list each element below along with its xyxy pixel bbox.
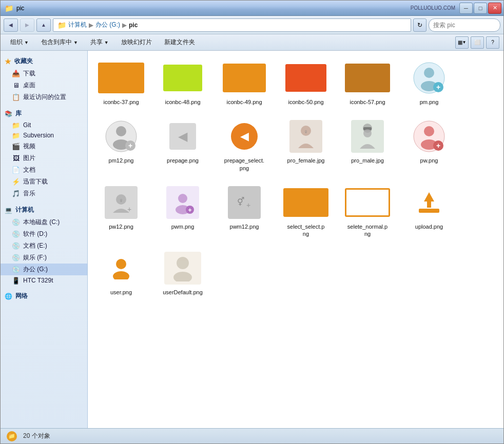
file-grid: iconbc-37.png iconbc-48.png iconbc-49.pn… [93, 56, 498, 300]
file-thumbnail [281, 59, 331, 96]
list-item[interactable]: + pwm.png [154, 180, 211, 241]
list-item[interactable]: ♀ + pw12.png [93, 180, 149, 241]
file-thumbnail [404, 184, 454, 221]
address-bar[interactable]: 📁 计算机 ▶ 办公 (G:) ▶ pic [53, 18, 411, 32]
sidebar-item-soft-d[interactable]: 💿 软件 (D:) [1, 228, 87, 240]
path-office[interactable]: 办公 (G:) [95, 21, 120, 29]
sidebar-item-music[interactable]: 🎵 音乐 [1, 188, 87, 199]
music-icon: 🎵 [12, 190, 20, 197]
favorites-header[interactable]: ★ 收藏夹 [1, 55, 87, 68]
sidebar-item-local-c[interactable]: 💿 本地磁盘 (C:) [1, 216, 87, 228]
file-thumbnail [343, 118, 392, 155]
close-button[interactable]: ✕ [488, 3, 501, 14]
computer-header[interactable]: 💻 计算机 [1, 204, 87, 216]
list-item[interactable]: iconbc-49.png [216, 56, 273, 109]
sidebar: ★ 收藏夹 📥 下载 🖥 桌面 📋 最近访问的位置 [1, 51, 88, 428]
download-label: 下载 [23, 69, 35, 78]
list-item[interactable]: iconbc-48.png [154, 56, 211, 109]
list-item[interactable]: selete_normal.png [339, 180, 396, 241]
sidebar-item-docs-e[interactable]: 💿 文档 (E:) [1, 240, 87, 252]
file-thumbnail [281, 184, 331, 221]
view-dropdown-button[interactable]: ▦ ▼ [455, 36, 469, 49]
path-pic[interactable]: pic [129, 22, 138, 29]
share-dropdown-icon: ▼ [104, 40, 109, 45]
list-item[interactable]: iconbc-50.png [278, 56, 334, 109]
thumb-image [223, 64, 266, 92]
organize-button[interactable]: 组织 ▼ [5, 36, 34, 49]
help-button[interactable]: ? [486, 36, 499, 49]
library-label: 库 [15, 109, 22, 118]
list-item[interactable]: userDefault.png [154, 246, 211, 299]
svg-point-32 [113, 271, 129, 279]
list-item[interactable]: user.png [93, 246, 149, 299]
sidebar-item-svn[interactable]: 📁 Subversion [1, 130, 87, 140]
svg-point-34 [173, 272, 192, 281]
slideshow-button[interactable]: 放映幻灯片 [115, 36, 158, 49]
list-item[interactable]: pro_male.jpg [339, 114, 396, 175]
sidebar-item-htc[interactable]: 📱 HTC T329t [1, 275, 87, 286]
up-button[interactable]: ▲ [36, 18, 51, 32]
svn-icon: 📁 [12, 132, 20, 139]
file-thumbnail: + [404, 59, 454, 96]
list-item[interactable]: + pm.png [401, 56, 457, 109]
pictures-icon: 🖼 [12, 155, 20, 162]
forward-button[interactable]: ▶ [20, 18, 34, 32]
file-name: prepage.png [167, 157, 199, 164]
list-item[interactable]: ⚥ + pwm12.png [216, 180, 273, 241]
path-computer[interactable]: 计算机 [68, 21, 87, 29]
list-item[interactable]: + pw.png [401, 114, 457, 175]
svg-text:+: + [436, 142, 440, 150]
recent-label: 最近访问的位置 [23, 93, 66, 102]
pane-button[interactable]: ⬜ [471, 36, 484, 49]
list-item[interactable]: upload.png [401, 180, 457, 241]
sidebar-item-office-g[interactable]: 💿 办公 (G:) [1, 264, 87, 275]
sidebar-item-git[interactable]: 📁 Git [1, 120, 87, 130]
sidebar-item-download[interactable]: 📥 下载 [1, 68, 87, 79]
new-folder-button[interactable]: 新建文件夹 [159, 36, 201, 49]
file-name: pm12.png [109, 157, 134, 164]
git-label: Git [23, 122, 31, 129]
list-item[interactable]: iconbc-57.png [339, 56, 396, 109]
library-header[interactable]: 📚 库 [1, 107, 87, 120]
minimize-button[interactable]: ─ [459, 3, 473, 14]
svg-point-14 [363, 129, 372, 137]
list-item[interactable]: iconbc-37.png [93, 56, 149, 109]
view-icon: ▦ [458, 39, 462, 45]
sidebar-item-ent-f[interactable]: 💿 娱乐 (F:) [1, 252, 87, 264]
list-item[interactable]: ♀ pro_female.jpg [278, 114, 334, 175]
file-name: iconbc-37.png [103, 98, 139, 106]
list-item[interactable]: + pm12.png [93, 114, 149, 175]
share-button[interactable]: 共享 ▼ [85, 36, 114, 49]
sidebar-item-video[interactable]: 🎬 视频 [1, 140, 87, 152]
back-button[interactable]: ◀ [4, 18, 18, 32]
network-header[interactable]: 🌐 网络 [1, 290, 87, 302]
sidebar-item-thunder[interactable]: ⚡ 迅雷下载 [1, 176, 87, 188]
organize-dropdown-icon: ▼ [24, 40, 29, 45]
maximize-button[interactable]: □ [474, 3, 487, 14]
sidebar-item-desktop[interactable]: 🖥 桌面 [1, 79, 87, 91]
refresh-button[interactable]: ↻ [413, 18, 427, 32]
office-g-label: 办公 (G:) [23, 265, 48, 274]
include-library-button[interactable]: 包含到库中 ▼ [35, 36, 84, 49]
file-name: iconbc-49.png [226, 98, 262, 106]
thumb-image [351, 120, 384, 153]
search-input[interactable] [433, 22, 504, 29]
svg-point-1 [424, 68, 434, 78]
thumb-image: ⚥ + [228, 186, 261, 219]
svg-text:+: + [127, 205, 131, 213]
file-name: pwm.png [171, 223, 195, 230]
thumb-image: ♀ + [105, 186, 138, 219]
svg-point-16 [424, 126, 434, 136]
sidebar-item-pictures[interactable]: 🖼 图片 [1, 152, 87, 164]
file-name: select_select.png [287, 223, 325, 238]
video-icon: 🎬 [12, 143, 20, 150]
file-name: pro_female.jpg [287, 157, 325, 164]
toolbar-right: ▦ ▼ ⬜ ? [455, 36, 499, 49]
thumb-image [98, 63, 144, 93]
sidebar-item-recent[interactable]: 📋 最近访问的位置 [1, 91, 87, 103]
list-item[interactable]: ◀ prepage.png [154, 114, 211, 175]
list-item[interactable]: ◀ prepage_select.png [216, 114, 273, 175]
docs-label: 文档 [23, 166, 35, 174]
sidebar-item-docs[interactable]: 📄 文档 [1, 164, 87, 176]
list-item[interactable]: select_select.png [278, 180, 334, 241]
